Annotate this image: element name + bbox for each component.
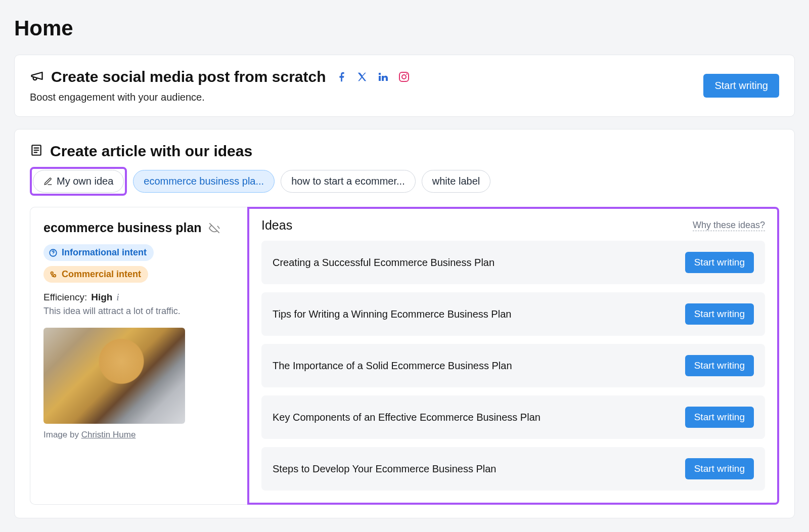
efficiency-label: Efficiency: xyxy=(43,292,87,303)
chip-label: ecommerce business pla... xyxy=(144,175,264,187)
social-card-subtitle: Boost engagement with your audience. xyxy=(30,92,410,103)
idea-row: The Importance of a Solid Ecommerce Busi… xyxy=(261,344,765,387)
chip-label: how to start a ecommer... xyxy=(291,175,405,187)
image-byline: Image by Christin Hume xyxy=(43,430,234,440)
start-writing-social-button[interactable]: Start writing xyxy=(703,74,779,98)
svg-point-1 xyxy=(402,75,406,79)
intent-label: Informational intent xyxy=(62,247,147,258)
efficiency-desc: This idea will attract a lot of traffic. xyxy=(43,306,234,317)
idea-text: The Importance of a Solid Ecommerce Busi… xyxy=(273,360,512,372)
social-post-card: Create social media post from scratch xyxy=(14,55,795,117)
idea-chip[interactable]: ecommerce business pla... xyxy=(133,170,275,193)
start-writing-button[interactable]: Start writing xyxy=(685,407,754,428)
why-these-ideas-link[interactable]: Why these ideas? xyxy=(693,220,765,231)
svg-point-9 xyxy=(53,254,54,255)
idea-row: Steps to Develop Your Ecommerce Business… xyxy=(261,447,765,491)
idea-chip[interactable]: white label xyxy=(422,170,491,193)
topic-title: ecommerce business plan xyxy=(43,220,202,235)
idea-thumbnail xyxy=(43,328,185,424)
image-author-link[interactable]: Christin Hume xyxy=(81,430,136,439)
intent-badge-informational: Informational intent xyxy=(43,244,154,261)
megaphone-icon xyxy=(30,69,44,85)
idea-row: Creating a Successful Ecommerce Business… xyxy=(261,241,765,284)
start-writing-button[interactable]: Start writing xyxy=(685,252,754,273)
idea-row: Tips for Writing a Winning Ecommerce Bus… xyxy=(261,292,765,336)
intent-label: Commercial intent xyxy=(62,269,141,280)
social-card-title: Create social media post from scratch xyxy=(51,68,326,85)
page-title: Home xyxy=(14,16,795,40)
article-card-title: Create article with our ideas xyxy=(50,143,252,160)
idea-row: Key Components of an Effective Ecommerce… xyxy=(261,395,765,439)
article-icon xyxy=(30,144,43,159)
facebook-icon xyxy=(336,71,347,82)
idea-text: Creating a Successful Ecommerce Business… xyxy=(273,257,495,269)
idea-detail-panel: ecommerce business plan Informational in… xyxy=(30,207,247,505)
article-ideas-card: Create article with our ideas My own ide… xyxy=(14,129,795,518)
start-writing-button[interactable]: Start writing xyxy=(685,355,754,376)
ideas-heading: Ideas xyxy=(261,218,292,233)
eye-off-icon[interactable] xyxy=(209,223,220,234)
start-writing-button[interactable]: Start writing xyxy=(685,458,754,479)
chip-label: My own idea xyxy=(57,175,113,187)
x-icon xyxy=(356,71,368,82)
ideas-list-panel: Ideas Why these ideas? Creating a Succes… xyxy=(247,207,779,505)
linkedin-icon xyxy=(377,71,389,83)
info-icon[interactable]: i xyxy=(116,293,119,302)
instagram-icon xyxy=(398,71,410,83)
efficiency-value: High xyxy=(91,292,112,303)
idea-chip[interactable]: how to start a ecommer... xyxy=(281,170,416,193)
intent-badge-commercial: Commercial intent xyxy=(43,266,148,283)
idea-text: Key Components of an Effective Ecommerce… xyxy=(273,412,541,423)
idea-text: Tips for Writing a Winning Ecommerce Bus… xyxy=(273,308,511,320)
svg-point-2 xyxy=(406,73,407,74)
idea-chip-row: My own idea ecommerce business pla... ho… xyxy=(30,167,779,196)
idea-text: Steps to Develop Your Ecommerce Business… xyxy=(273,463,496,475)
chip-label: white label xyxy=(432,175,480,187)
my-own-idea-chip[interactable]: My own idea xyxy=(33,170,124,193)
start-writing-button[interactable]: Start writing xyxy=(685,303,754,325)
